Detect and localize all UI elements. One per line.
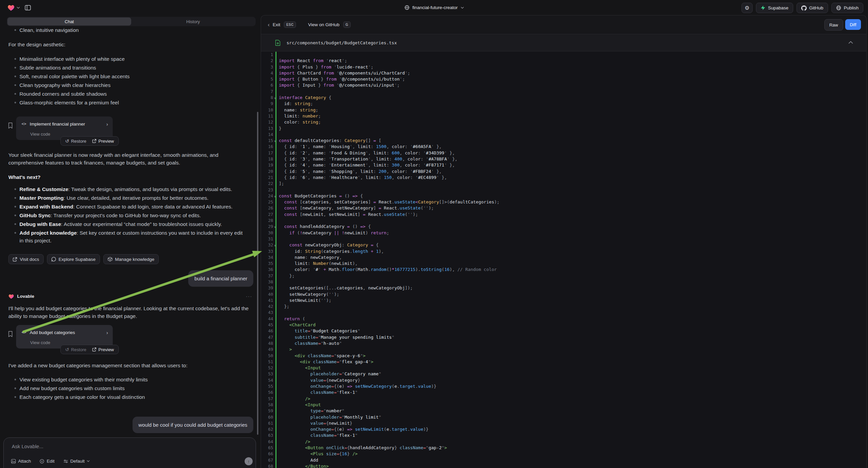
project-globe-icon xyxy=(404,5,409,10)
line-number: 44 xyxy=(261,316,273,322)
user-message: build a financial planner xyxy=(188,270,253,287)
code-line: 44 return ( xyxy=(261,316,866,322)
code-editor[interactable]: 12import React from 'react';3import { Pl… xyxy=(261,52,866,468)
version-card-title: Implement financial planner xyxy=(30,120,102,128)
exit-button[interactable]: Exit xyxy=(273,22,280,27)
list-item: Soft, neutral color palette with light b… xyxy=(10,72,247,80)
code-line: 45 <ChartCard xyxy=(261,322,866,328)
code-line: 31 xyxy=(261,236,866,242)
send-button[interactable]: ↑ xyxy=(245,457,253,465)
line-number: 15 xyxy=(261,138,273,144)
code-line: 19 { id: '4', name: 'Entertainment', lim… xyxy=(261,162,866,168)
edit-mode-button[interactable]: Edit xyxy=(39,457,54,465)
lovable-logo-menu[interactable] xyxy=(7,0,20,15)
line-number: 34 xyxy=(261,255,273,261)
code-line: 65 <Button onClick={handleAddCategory} c… xyxy=(261,445,866,451)
line-number: 28 xyxy=(261,217,273,224)
attach-button[interactable]: Attach xyxy=(11,457,31,465)
line-number: 35 xyxy=(261,261,273,267)
composer-toolbar: Attach Edit Default xyxy=(11,457,90,465)
manage-knowledge-button[interactable]: Manage knowledge xyxy=(103,254,159,264)
list-item: Add project knowledge: Set key context o… xyxy=(10,229,245,244)
bookmark-icon[interactable] xyxy=(8,331,13,337)
model-label: Default xyxy=(70,457,85,465)
user-message: would be cool if you could add budget ca… xyxy=(132,417,253,433)
list-item: View existing budget categories with the… xyxy=(10,376,247,383)
message-circle-icon xyxy=(51,257,56,262)
restore-button[interactable]: ↺ Restore xyxy=(65,346,86,353)
code-line: 5import { Button } from '@/components/ui… xyxy=(261,76,866,82)
code-line: 27 const [newLimit, setNewLimit] = React… xyxy=(261,211,866,217)
preview-label: Preview xyxy=(98,137,114,145)
model-selector[interactable]: Default xyxy=(63,457,90,465)
code-line: 6import { Input } from '@/components/ui/… xyxy=(261,82,866,88)
back-chevron-icon[interactable]: ‹ xyxy=(268,22,270,28)
supabase-icon xyxy=(761,5,765,10)
list-item: Clean typography with clear hierarchies xyxy=(10,81,247,89)
chevron-up-icon[interactable] xyxy=(848,41,853,43)
github-icon xyxy=(801,5,807,11)
line-number: 57 xyxy=(261,396,273,402)
list-item: Each category gets a unique color for vi… xyxy=(10,393,247,401)
file-path-bar[interactable]: src/components/budget/BudgetCategories.t… xyxy=(261,34,866,51)
whats-next-heading: What's next? xyxy=(8,173,40,181)
line-number: 39 xyxy=(261,285,273,291)
code-line: 50 <div className="space-y-6"> xyxy=(261,353,866,359)
supabase-button[interactable]: Supabase xyxy=(756,3,793,13)
list-item: Expand with Backend: Connect Supabase to… xyxy=(10,203,245,210)
code-line: 16 { id: '1', name: 'Housing', limit: 15… xyxy=(261,144,866,150)
project-switcher[interactable]: financial-future-creator xyxy=(404,0,464,15)
line-number: 31 xyxy=(261,236,273,242)
message-menu-button[interactable]: ··· xyxy=(246,292,252,300)
code-lines: 12import React from 'react';3import { Pl… xyxy=(261,52,866,468)
tab-history[interactable]: History xyxy=(131,18,255,26)
tab-chat[interactable]: Chat xyxy=(7,18,131,26)
code-line: 8∨interface Category { xyxy=(261,95,866,101)
raw-diff-toggle: Raw Diff xyxy=(825,19,861,31)
code-line: 2import React from 'react'; xyxy=(261,58,866,64)
restore-button[interactable]: ↺ Restore xyxy=(65,137,86,145)
external-link-icon xyxy=(92,348,96,351)
external-link-icon xyxy=(13,257,17,262)
code-icon: <> xyxy=(22,329,26,337)
restore-label: Restore xyxy=(71,346,87,353)
visit-docs-label: Visit docs xyxy=(20,256,39,263)
raw-button[interactable]: Raw xyxy=(825,19,843,31)
line-number: 32 xyxy=(261,242,273,248)
github-button[interactable]: GitHub xyxy=(797,3,828,13)
file-path: src/components/budget/BudgetCategories.t… xyxy=(286,40,397,45)
code-line: 37 }; xyxy=(261,273,866,279)
composer: Attach Edit Default xyxy=(3,437,256,468)
code-line: 51 <div className="flex gap-4"> xyxy=(261,359,866,365)
code-line: 1 xyxy=(261,52,866,58)
diff-button[interactable]: Diff xyxy=(845,19,861,30)
list-item: Add new budget categories with custom li… xyxy=(10,384,247,392)
g-key-badge: G xyxy=(343,22,351,28)
package-icon xyxy=(108,257,113,262)
code-line: 4import ChartCard from '@/components/ui/… xyxy=(261,70,866,76)
toggle-sidebar-button[interactable] xyxy=(23,3,33,12)
line-number: 17 xyxy=(261,150,273,156)
line-number: 19 xyxy=(261,162,273,168)
publish-button[interactable]: Publish xyxy=(831,3,863,13)
view-on-github-button[interactable]: View on GitHub xyxy=(308,22,340,27)
line-number: 48 xyxy=(261,341,273,347)
list-item: Rounded corners and subtle shadows xyxy=(10,90,247,98)
preview-button[interactable]: Preview xyxy=(92,346,114,353)
version-actions: ↺ Restore Preview xyxy=(60,345,119,354)
bookmark-icon[interactable] xyxy=(8,122,13,128)
list-item: Subtle animations and transitions xyxy=(10,64,247,71)
chat-scrollbar[interactable] xyxy=(257,112,258,435)
visit-docs-button[interactable]: Visit docs xyxy=(8,254,43,264)
next-steps-list: Refine & Customize: Tweak the design, an… xyxy=(10,185,245,245)
line-number: 54 xyxy=(261,377,273,383)
restore-icon: ↺ xyxy=(65,347,69,352)
chevron-down-icon xyxy=(461,7,464,9)
explore-supabase-button[interactable]: Explore Supabase xyxy=(47,254,100,264)
paragraph: For the design aesthetic: xyxy=(8,40,65,48)
preview-button[interactable]: Preview xyxy=(92,137,114,145)
chat-input[interactable] xyxy=(11,443,180,449)
lovable-heart-icon xyxy=(8,294,14,299)
settings-button[interactable]: ⚙ xyxy=(742,3,752,13)
code-line: 10 name: string; xyxy=(261,107,866,113)
